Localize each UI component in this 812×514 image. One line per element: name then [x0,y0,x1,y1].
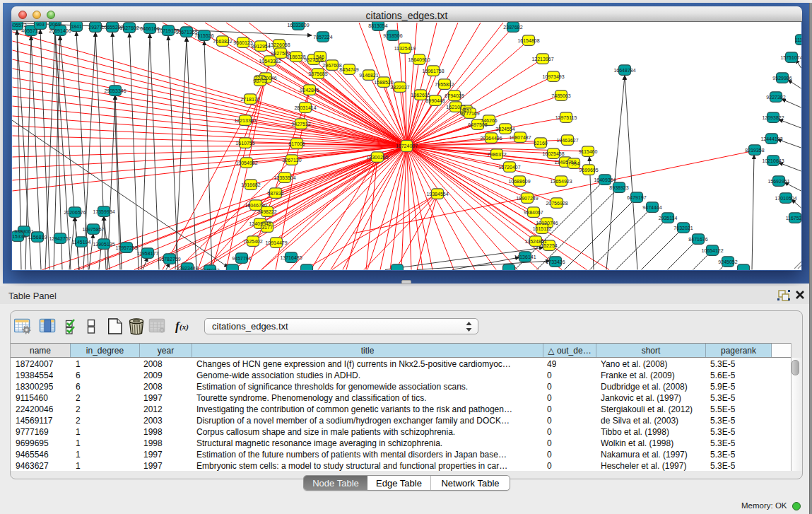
svg-text:903: 903 [36,22,45,27]
svg-text:18724007: 18724007 [396,144,418,148]
svg-text:9242845: 9242845 [300,88,319,93]
svg-text:11325419: 11325419 [394,46,416,51]
svg-text:19054982: 19054982 [235,160,257,165]
svg-text:13654923: 13654923 [550,179,572,184]
svg-text:17359934: 17359934 [93,209,114,214]
svg-text:20691406: 20691406 [49,28,71,33]
svg-text:13226058: 13226058 [268,42,290,47]
svg-text:1615112: 1615112 [533,226,552,231]
svg-text:15720407: 15720407 [498,165,520,170]
svg-text:12213967: 12213967 [531,57,553,62]
svg-text:3875685: 3875685 [308,71,327,76]
svg-text:10543382: 10543382 [259,59,281,64]
svg-text:28031414: 28031414 [294,105,316,110]
svg-text:3824554: 3824554 [495,127,514,132]
svg-text:13905135: 13905135 [93,242,114,247]
svg-text:11178: 11178 [795,37,801,42]
svg-text:2387682: 2387682 [503,25,522,30]
svg-text:7515526: 7515526 [194,33,213,38]
svg-text:10688609: 10688609 [508,179,530,184]
svg-text:1145194: 1145194 [72,240,91,245]
svg-text:12093822: 12093822 [762,115,784,120]
svg-text:9427512: 9427512 [291,122,310,127]
svg-text:12213383: 12213383 [234,118,256,123]
svg-text:8813054: 8813054 [368,23,387,28]
svg-text:1610755: 1610755 [235,141,254,146]
svg-text:19463627: 19463627 [556,138,578,143]
svg-text:9245032: 9245032 [200,268,219,270]
svg-text:16033809: 16033809 [287,23,309,28]
svg-text:3267130: 3267130 [282,158,301,163]
svg-text:7857224: 7857224 [313,35,332,40]
svg-text:915334: 915334 [12,234,26,239]
svg-text:1916682: 1916682 [241,182,260,187]
svg-text:1588520: 1588520 [374,80,393,85]
svg-text:9529986: 9529986 [772,76,792,81]
svg-text:7986372: 7986372 [487,152,506,157]
svg-text:16046780: 16046780 [245,203,266,208]
svg-text:9146821: 9146821 [359,73,378,78]
svg-text:15751074: 15751074 [780,55,801,60]
svg-text:8219358: 8219358 [745,148,764,153]
svg-text:4055712: 4055712 [21,28,40,33]
svg-text:13975115: 13975115 [555,115,577,120]
svg-text:18907249: 18907249 [516,196,538,201]
svg-text:6479197: 6479197 [627,195,646,200]
svg-text:8186328: 8186328 [286,54,305,59]
svg-text:10654122: 10654122 [701,248,723,253]
svg-text:9384067: 9384067 [524,210,543,215]
svg-text:9115460: 9115460 [579,149,598,154]
svg-text:9660123: 9660123 [233,40,252,45]
svg-text:(x): (x) [180,322,189,332]
svg-text:29053346: 29053346 [104,88,126,93]
svg-text:7964: 7964 [568,161,579,166]
svg-text:617006: 617006 [288,141,305,146]
svg-text:1527602: 1527602 [119,25,139,30]
svg-text:9474444: 9474444 [642,205,661,210]
svg-text:3822037: 3822037 [390,85,409,90]
svg-text:19384554: 19384554 [426,192,448,197]
svg-text:12444193: 12444193 [760,136,782,141]
svg-text:10120746: 10120746 [536,221,558,226]
svg-text:6794028: 6794028 [445,93,464,98]
svg-text:9227382: 9227382 [766,95,785,100]
svg-text:9218506: 9218506 [383,33,402,38]
svg-text:98703: 98703 [253,78,267,83]
svg-text:1156819: 1156819 [28,235,47,240]
svg-text:17957255: 17957255 [115,245,137,250]
svg-text:2935114: 2935114 [659,216,678,221]
svg-text:20206576: 20206576 [64,210,86,215]
svg-text:1362615: 1362615 [411,93,430,98]
svg-text:7632021: 7632021 [673,226,693,230]
svg-text:16154808: 16154808 [517,38,539,43]
svg-text:3498222: 3498222 [257,209,276,214]
svg-text:18640910: 18640910 [408,57,430,62]
svg-text:10210643: 10210643 [762,158,784,163]
svg-text:152254: 152254 [541,243,557,248]
svg-text:16782759: 16782759 [158,257,180,262]
svg-text:10914479: 10914479 [265,240,287,245]
svg-text:10025458: 10025458 [542,151,564,156]
svg-text:2069: 2069 [49,22,61,27]
svg-text:9383001: 9383001 [14,229,33,234]
svg-text:587832: 587832 [267,191,283,196]
svg-text:9245052: 9245052 [718,259,737,264]
svg-text:10973493: 10973493 [542,74,564,79]
svg-text:546: 546 [316,54,324,59]
svg-text:15692951: 15692951 [767,179,789,184]
svg-text:2718170: 2718170 [240,97,259,102]
svg-text:18300295: 18300295 [366,155,388,160]
svg-text:12353504: 12353504 [273,175,295,180]
svg-text:29377: 29377 [88,25,102,30]
svg-text:14136141: 14136141 [514,255,536,259]
svg-text:13716485: 13716485 [280,255,302,260]
svg-text:12923448: 12923448 [176,266,198,270]
svg-text:1733426: 1733426 [546,259,565,264]
svg-text:9777169: 9777169 [460,111,479,116]
svg-text:17010504: 17010504 [775,196,796,201]
svg-text:8471676: 8471676 [688,237,707,242]
svg-text:16648784: 16648784 [613,68,635,73]
svg-text:1167534: 1167534 [786,216,801,221]
svg-text:8990448: 8990448 [425,98,445,103]
svg-text:20364436: 20364436 [480,136,502,141]
